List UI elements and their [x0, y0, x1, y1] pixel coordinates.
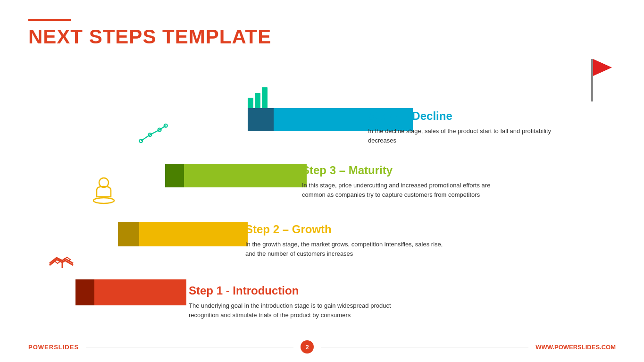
chart-bar-1 — [248, 98, 253, 108]
step3-text: Step 3 – Maturity In this stage, price u… — [302, 164, 505, 199]
step4-bar-small — [248, 108, 274, 131]
step2-bar — [118, 222, 248, 246]
step1-text: Step 1 - Introduction The underlying goa… — [189, 284, 392, 320]
footer-page-number: 2 — [301, 340, 314, 354]
brand-black: POWER — [28, 344, 54, 351]
line-chart-icon — [137, 122, 170, 148]
step1-bar-small — [75, 279, 94, 305]
flag-icon — [569, 54, 616, 106]
flag-container — [569, 54, 616, 108]
chart-icon — [248, 87, 268, 108]
svg-rect-0 — [591, 59, 593, 101]
header: NEXT STEPS TEMPLATE — [28, 19, 271, 48]
step2-icon-area — [90, 176, 118, 211]
person-icon — [90, 176, 118, 209]
svg-marker-1 — [593, 59, 612, 76]
header-accent-line — [28, 19, 71, 21]
footer: POWERSLIDES 2 WWW.POWERSLIDES.COM — [0, 340, 644, 354]
step4-title: Step 4 - Decline — [368, 109, 571, 123]
step2-bar-small — [118, 222, 139, 246]
chart-bar-3 — [262, 87, 268, 108]
steps-area: Step 4 - Decline In the decline stage, s… — [28, 71, 616, 334]
step3-icon-area — [137, 122, 170, 150]
step1-bar — [75, 279, 186, 305]
step4-description: In the decline stage, sales of the produ… — [368, 126, 571, 145]
step2-description: In the growth stage, the market grows, c… — [245, 240, 448, 258]
step4-text: Step 4 - Decline In the decline stage, s… — [368, 109, 571, 145]
step3-bar — [165, 164, 307, 187]
title-orange: TEMPLATE — [162, 25, 271, 48]
brand-orange: SLIDES — [54, 344, 79, 351]
step1-bar-main — [94, 279, 186, 305]
step1-title: Step 1 - Introduction — [189, 284, 392, 297]
handshake-icon — [47, 249, 78, 275]
step3-bar-small — [165, 164, 184, 187]
step3-description: In this stage, price undercutting and in… — [302, 181, 505, 199]
page-title: NEXT STEPS TEMPLATE — [28, 25, 271, 48]
step1-icon-area — [47, 249, 78, 277]
footer-line-left — [86, 347, 293, 347]
svg-point-7 — [93, 198, 114, 203]
step2-title: Step 2 – Growth — [245, 223, 448, 236]
step3-title: Step 3 – Maturity — [302, 164, 505, 177]
step1-description: The underlying goal in the introduction … — [189, 301, 392, 320]
chart-bar-2 — [255, 93, 260, 108]
title-black: NEXT STEPS — [28, 25, 162, 48]
footer-url: WWW.POWERSLIDES.COM — [535, 344, 616, 351]
step2-text: Step 2 – Growth In the growth stage, the… — [245, 223, 448, 258]
footer-line-right — [321, 347, 528, 347]
step4-icon-area — [248, 87, 268, 108]
step2-bar-main — [139, 222, 248, 246]
step3-bar-main — [184, 164, 307, 187]
footer-brand: POWERSLIDES — [28, 344, 79, 351]
